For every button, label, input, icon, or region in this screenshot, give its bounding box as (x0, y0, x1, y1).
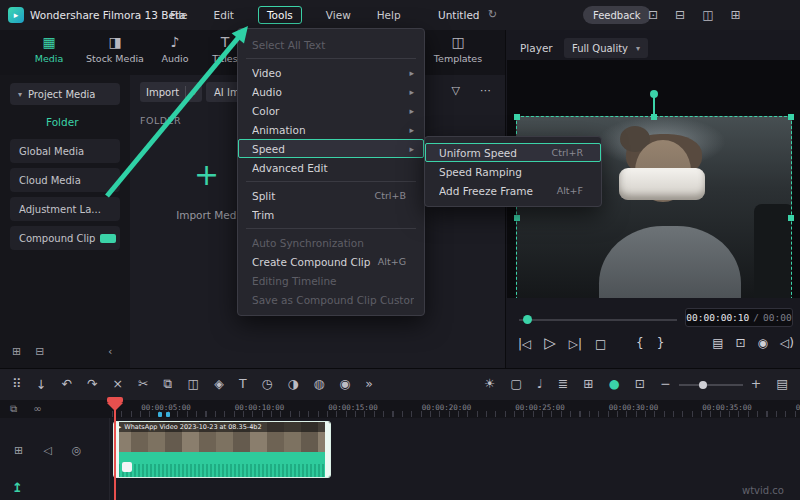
monitor-icon[interactable]: ⊡ (648, 9, 658, 21)
import-button[interactable]: Import ▾ (140, 82, 202, 102)
timeline-marker[interactable] (158, 412, 162, 417)
record-icon[interactable]: ◉ (339, 378, 350, 391)
color-tool-icon[interactable]: ◑ (288, 378, 299, 391)
library-item-adjustment-la[interactable]: Adjustment La... (10, 197, 120, 221)
menu-item-audio[interactable]: Audio▸ (238, 82, 424, 101)
menu-item-create-compound-clip[interactable]: Create Compound ClipAlt+G (238, 252, 424, 271)
menu-item-color[interactable]: Color▸ (238, 101, 424, 120)
menu-item-split[interactable]: SplitCtrl+B (238, 186, 424, 205)
timeline-marker[interactable] (166, 412, 170, 417)
menu-item-trim[interactable]: Trim (238, 205, 424, 224)
grid-icon[interactable]: ⊞ (730, 9, 740, 21)
scrubber-track[interactable] (519, 319, 677, 321)
menu-tools[interactable]: Tools (258, 6, 302, 24)
voiceover-icon[interactable]: ♩ (537, 378, 543, 391)
track-manager-icon[interactable]: ▤ (776, 378, 788, 391)
menu-item-video[interactable]: Video▸ (238, 63, 424, 82)
chroma-key-icon[interactable]: ◍ (313, 378, 324, 391)
tab-stock-media[interactable]: ◨Stock Media (82, 34, 148, 64)
quick-export-icon[interactable]: ● (609, 378, 620, 391)
copy-icon[interactable]: ⧉ (10, 403, 17, 415)
speed-tool-icon[interactable]: ◷ (262, 378, 273, 391)
new-folder-icon[interactable]: ⊞ (12, 345, 21, 358)
tab-audio[interactable]: ♪Audio (150, 34, 200, 64)
mark-in-icon[interactable]: { (636, 336, 644, 350)
quality-dropdown[interactable]: Full Quality ▾ (564, 38, 648, 58)
selection-handle[interactable] (514, 215, 520, 221)
library-item-global-media[interactable]: Global Media (10, 139, 120, 163)
mark-out-icon[interactable]: } (657, 336, 665, 350)
prev-frame-icon[interactable]: |◁ (518, 337, 531, 351)
library-item-cloud-media[interactable]: Cloud Media (10, 168, 120, 192)
menu-view[interactable]: View (324, 7, 353, 23)
snapshot-icon[interactable]: ◉ (758, 336, 768, 350)
crop-icon[interactable]: ⧉ (164, 378, 173, 391)
library-item-compound-clip[interactable]: Compound Clip (10, 226, 120, 250)
collapse-panel-icon[interactable]: ‹ (108, 345, 112, 358)
chevron-down-icon: ▾ (18, 90, 22, 99)
zoom-slider-knob[interactable] (699, 381, 707, 389)
selection-handle[interactable] (514, 114, 520, 120)
delete-folder-icon[interactable]: ⊟ (35, 345, 44, 358)
delete-icon[interactable]: × (113, 378, 123, 391)
save-icon[interactable]: ⊟ (675, 9, 685, 21)
text-tool-icon[interactable]: T (239, 378, 247, 391)
menu-item-uniform-speed[interactable]: Uniform SpeedCtrl+R (425, 143, 601, 162)
transition-icon[interactable]: ◫ (188, 378, 200, 391)
playhead-line[interactable] (114, 400, 116, 500)
cut-icon[interactable]: ✂ (138, 378, 148, 391)
mute-track-icon[interactable]: ◁ (43, 444, 51, 457)
fit-timeline-icon[interactable]: ⊡ (635, 378, 645, 391)
selection-handle[interactable] (651, 114, 657, 120)
menu-item-auto-synchronization: Auto Synchronization (238, 233, 424, 252)
clip-trim-handle-right[interactable] (325, 422, 330, 477)
fullscreen-icon[interactable]: ⊡ (736, 336, 746, 350)
rotation-handle[interactable] (650, 90, 658, 98)
layout-icon[interactable]: ◫ (702, 9, 713, 21)
import-plus-button[interactable]: + (194, 157, 219, 192)
menu-item-animation[interactable]: Animation▸ (238, 120, 424, 139)
project-media-dropdown[interactable]: ▾ Project Media (10, 83, 120, 105)
next-frame-icon[interactable]: ▷| (569, 337, 582, 351)
keyframe-icon[interactable]: ◈ (214, 378, 224, 391)
filter-icon[interactable]: ▽ (452, 84, 460, 97)
zoom-slider[interactable] (679, 384, 743, 386)
menu-item-label: Add Freeze Frame (439, 185, 557, 197)
volume-icon[interactable]: ◁) (780, 336, 794, 350)
menu-item-speed-ramping[interactable]: Speed Ramping (425, 162, 601, 181)
play-icon[interactable]: ▷ (544, 334, 556, 352)
menu-item-add-freeze-frame[interactable]: Add Freeze FrameAlt+F (425, 181, 601, 200)
select-tool-icon[interactable]: ↖ (33, 376, 49, 392)
menu-item-advanced-edit[interactable]: Advanced Edit (238, 158, 424, 177)
zoom-in-icon[interactable]: + (751, 378, 761, 391)
menu-item-speed[interactable]: Speed▸ (238, 139, 424, 158)
hide-track-icon[interactable]: ◎ (72, 444, 82, 457)
zoom-out-icon[interactable]: − (660, 378, 670, 391)
selection-handle[interactable] (788, 114, 794, 120)
folder-link[interactable]: Folder (46, 116, 78, 128)
mixer-icon[interactable]: ≣ (558, 378, 568, 391)
stop-icon[interactable]: □ (595, 337, 606, 351)
scrubber-knob[interactable] (523, 315, 532, 324)
tab-media[interactable]: ▦Media (20, 34, 78, 64)
more-tools-icon[interactable]: » (365, 378, 373, 391)
feedback-button[interactable]: Feedback (583, 6, 651, 24)
menu-file[interactable]: File (168, 7, 190, 23)
video-clip[interactable]: ▸ WhatsApp Video 2023-10-23 at 08.35-4b2 (113, 421, 331, 478)
menu-help[interactable]: Help (375, 7, 403, 23)
mask-icon[interactable]: ▢ (510, 378, 522, 391)
menu-edit[interactable]: Edit (212, 7, 236, 23)
screen-record-icon[interactable]: ⊞ (583, 378, 593, 391)
redo-icon[interactable]: ↷ (87, 378, 97, 391)
add-track-icon[interactable]: ⊞ (14, 444, 23, 457)
tab-templates[interactable]: ◫Templates (428, 34, 488, 64)
sync-icon[interactable]: ↻ (488, 8, 497, 21)
enhance-icon[interactable]: ☀ (484, 378, 495, 391)
apps-icon[interactable]: ⠿ (12, 378, 21, 391)
selection-handle[interactable] (788, 215, 794, 221)
more-icon[interactable]: ⋯ (480, 84, 491, 97)
undo-icon[interactable]: ↶ (62, 378, 72, 391)
link-icon[interactable]: ∞ (33, 403, 41, 415)
share-icon[interactable]: ↥ (12, 480, 23, 495)
render-preview-icon[interactable]: ▤ (712, 336, 723, 350)
